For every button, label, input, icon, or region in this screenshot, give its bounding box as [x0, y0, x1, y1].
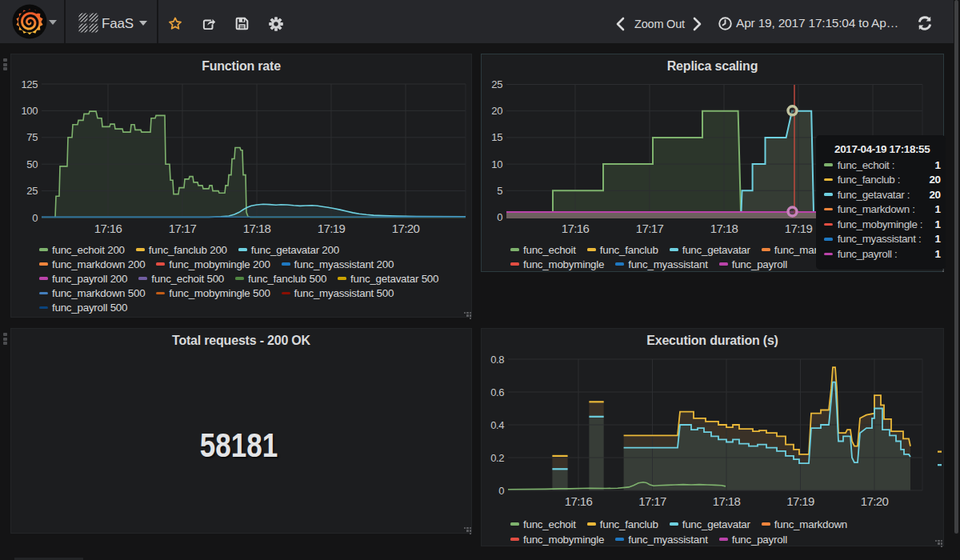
svg-text:17:19: 17:19	[785, 222, 813, 235]
svg-text:17:20: 17:20	[861, 494, 889, 508]
svg-text:0: 0	[497, 211, 502, 223]
svg-text:17:16: 17:16	[565, 494, 593, 508]
svg-text:125: 125	[22, 78, 38, 90]
svg-text:25: 25	[26, 185, 38, 197]
svg-text:5: 5	[497, 185, 502, 197]
svg-text:17:18: 17:18	[243, 222, 271, 235]
svg-text:17:16: 17:16	[94, 222, 122, 235]
svg-text:0.6: 0.6	[490, 386, 504, 398]
svg-text:17:16: 17:16	[562, 222, 590, 235]
svg-text:17:17: 17:17	[169, 222, 197, 235]
svg-text:17:18: 17:18	[713, 494, 741, 508]
svg-text:17:17: 17:17	[636, 222, 664, 235]
svg-text:100: 100	[22, 105, 38, 117]
svg-text:0: 0	[32, 212, 38, 224]
svg-text:15: 15	[491, 131, 502, 143]
svg-text:17:19: 17:19	[786, 494, 814, 508]
svg-text:50: 50	[26, 158, 38, 170]
svg-text:17:17: 17:17	[638, 494, 666, 508]
svg-text:0: 0	[498, 485, 504, 497]
svg-text:10: 10	[491, 158, 502, 170]
svg-text:17:19: 17:19	[318, 222, 346, 235]
svg-text:0.2: 0.2	[490, 452, 504, 464]
svg-text:17:20: 17:20	[392, 222, 420, 235]
svg-text:17:18: 17:18	[710, 222, 738, 235]
svg-text:20: 20	[491, 105, 502, 117]
svg-text:75: 75	[26, 131, 38, 143]
svg-text:0.4: 0.4	[490, 419, 504, 431]
svg-text:25: 25	[491, 78, 502, 90]
svg-text:0.8: 0.8	[490, 354, 504, 366]
